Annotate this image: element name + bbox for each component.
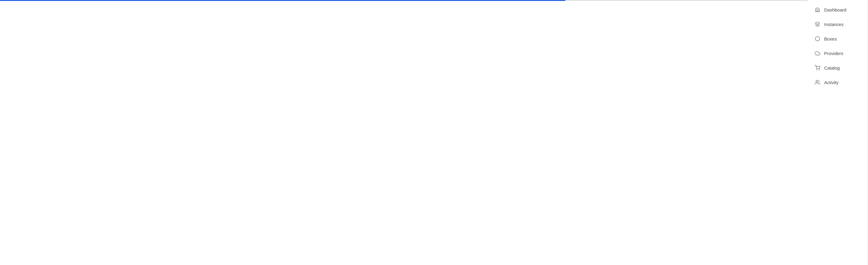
layers-icon [814,21,820,27]
svg-marker-0 [815,22,820,25]
home-icon [814,7,820,13]
sidebar-label-boxes: Boxes [824,36,837,41]
sidebar-item-dashboard[interactable]: Dashboard [807,2,868,17]
sidebar-item-boxes[interactable]: Boxes [807,31,868,46]
sidebar-label-instances: Instances [824,22,843,27]
sidebar-label-providers: Providers [824,51,843,56]
top-progress-bar [0,0,807,1]
svg-point-2 [819,69,819,70]
svg-point-1 [816,69,817,70]
sidebar-item-instances[interactable]: Instances [807,17,868,31]
sidebar-label-catalog: Catalog [824,65,840,70]
activity-icon [814,79,820,85]
sidebar-item-catalog[interactable]: Catalog [807,60,868,75]
sidebar-item-providers[interactable]: Providers [807,46,868,60]
sidebar-item-activity[interactable]: Activity [807,75,868,90]
sidebar: Dashboard Instances Boxes Providers [807,0,868,265]
cloud-icon [814,50,820,56]
sidebar-label-dashboard: Dashboard [824,7,846,12]
svg-point-3 [816,80,818,82]
sidebar-label-activity: Activity [824,80,839,85]
cart-icon [814,65,820,71]
box-icon [814,36,820,42]
